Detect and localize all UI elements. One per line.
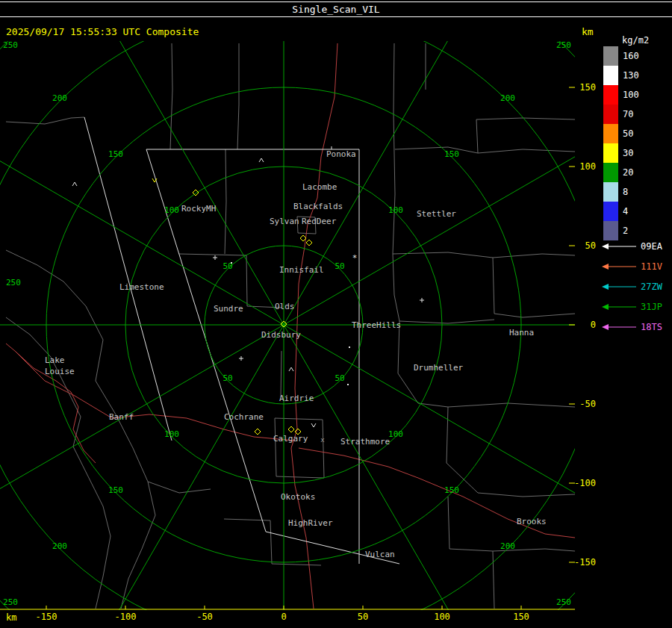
legend-swatch: [603, 221, 618, 240]
range-label: 200: [52, 541, 67, 551]
window-title: Single_Scan_VIL: [292, 4, 380, 15]
x-axis-unit-label: km: [6, 612, 16, 623]
city-label: HighRiver: [288, 518, 333, 528]
timestamp-label: 2025/09/17 15:55:33 UTC Composite: [6, 26, 199, 37]
city-label: Ponoka: [326, 149, 356, 159]
site-id-label: 18TS: [641, 322, 662, 332]
city-label: Olds: [275, 302, 295, 311]
city-label: Sundre: [214, 304, 243, 314]
legend-swatch: [603, 85, 618, 105]
x-axis-tick-label: -150: [36, 612, 57, 622]
legend-value-label: 8: [623, 187, 628, 197]
x-axis-tick-label: -100: [115, 612, 137, 622]
city-label: Lake: [45, 355, 65, 365]
range-label: 150: [444, 485, 459, 495]
legend-value-label: 70: [623, 109, 633, 119]
city-label: Drumheller: [414, 363, 464, 373]
legend-unit-label: kg/m2: [622, 35, 649, 46]
city-label: Blackfalds: [293, 202, 343, 211]
city-label: RockyMH: [181, 204, 216, 214]
y-axis-tick-label: 0: [591, 320, 596, 330]
legend-swatch: [603, 46, 618, 66]
site-id-label: 09EA: [641, 241, 663, 252]
legend-swatch: [603, 124, 618, 143]
x-axis-tick-label: 50: [358, 612, 368, 622]
dot-marker: [349, 346, 350, 348]
legend-value-label: 100: [623, 90, 639, 100]
range-label: 200: [52, 93, 67, 103]
city-label: RedDeer: [302, 217, 337, 226]
legend-swatch: [603, 105, 618, 124]
x-axis-tick-label: 100: [434, 612, 450, 622]
range-label: 50: [335, 373, 344, 383]
site-id-label: 31JP: [641, 302, 662, 312]
site-id-label: 111V: [641, 261, 662, 272]
range-label: 150: [444, 149, 459, 159]
city-label: Louise: [45, 367, 75, 376]
range-label: 200: [500, 93, 515, 103]
legend-swatch: [603, 143, 618, 163]
city-label: Airdrie: [279, 394, 314, 403]
city-label: Limestone: [119, 282, 164, 292]
y-axis-tick-label: 50: [585, 240, 596, 251]
legend-value-label: 50: [623, 128, 633, 139]
legend-swatch: [603, 66, 618, 85]
range-label: 100: [388, 205, 403, 215]
legend-value-label: 2: [623, 226, 628, 236]
x-axis-tick-label: 0: [281, 612, 286, 622]
city-label: Sylvan: [270, 217, 299, 226]
legend-value-label: 4: [623, 206, 628, 217]
city-label: Hanna: [509, 328, 534, 338]
range-label: 50: [335, 261, 344, 271]
range-label: 250: [556, 40, 571, 50]
city-label: Okotoks: [281, 492, 315, 502]
y-axis-tick-label: 100: [579, 161, 596, 172]
city-label: Innisfail: [279, 265, 324, 275]
city-label: Lacombe: [302, 182, 337, 192]
dot-marker: [231, 262, 232, 264]
y-axis-tick-label: -150: [574, 557, 596, 568]
legend-swatch: [603, 202, 618, 221]
legend-value-label: 160: [623, 51, 639, 61]
range-label: 250: [6, 278, 21, 287]
range-label: 100: [388, 429, 403, 439]
range-label: 150: [108, 485, 123, 495]
site-id-label: 27ZW: [641, 282, 663, 292]
y-axis-unit-label: km: [582, 26, 594, 37]
radar-screen: Single_Scan_VIL 2025/09/17 15:55:33 UTC …: [0, 0, 672, 628]
range-label: 50: [223, 373, 232, 383]
range-label: 150: [108, 149, 123, 159]
city-label: ThreeHills: [352, 320, 401, 330]
x-marker: x: [320, 436, 325, 444]
city-label: Strathmore: [340, 437, 390, 447]
legend-swatch: [603, 182, 618, 202]
legend-value-label: 130: [623, 70, 639, 81]
range-label: 250: [556, 597, 571, 607]
city-label: Brooks: [517, 517, 547, 526]
y-axis-tick-label: -100: [574, 478, 596, 488]
y-axis-tick-label: 150: [579, 82, 596, 93]
range-label: 250: [3, 40, 18, 50]
radar-app-window: Single_Scan_VIL 2025/09/17 15:55:33 UTC …: [0, 0, 672, 628]
legend-value-label: 30: [623, 148, 633, 158]
range-label: 100: [164, 205, 179, 215]
y-axis-tick-label: -50: [579, 399, 596, 409]
dot-marker: [347, 384, 349, 385]
city-label: Calgary: [273, 434, 308, 444]
star-marker: *: [352, 253, 358, 263]
city-label: Vulcan: [365, 550, 395, 559]
legend-value-label: 20: [623, 167, 633, 178]
city-label: Didsbury: [261, 330, 301, 340]
range-label: 100: [164, 429, 179, 439]
city-label: Banff: [109, 412, 134, 422]
range-label: 200: [500, 541, 515, 551]
range-label: 250: [3, 597, 18, 607]
x-axis-tick-label: 150: [513, 612, 529, 622]
x-axis-tick-label: -50: [196, 612, 213, 622]
city-label: Stettler: [417, 209, 456, 219]
city-label: Cochrane: [224, 412, 264, 422]
legend-swatch: [603, 163, 618, 182]
